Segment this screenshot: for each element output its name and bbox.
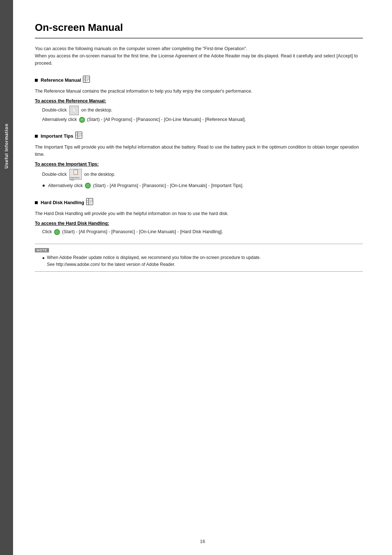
- bullet-dot-2: ●: [42, 181, 45, 190]
- note-bullet: ●: [42, 255, 45, 262]
- access-hard-disk-handling-header: To access the Hard Disk Handling:: [35, 221, 363, 226]
- page-number: 16: [200, 539, 205, 544]
- important-tips-desktop-icon: 📋 Important Tips: [69, 169, 82, 180]
- access-reference-manual-header: To access the Reference Manual:: [35, 98, 363, 104]
- double-click-label-2: Double-click: [42, 171, 67, 178]
- sidebar-label: Useful Information: [4, 123, 9, 169]
- hard-disk-handling-icon: [86, 198, 94, 207]
- access-important-tips: To access the Important Tips: Double-cli…: [35, 162, 363, 190]
- access-hard-disk-handling-steps: Click (Start) - [All Programs] - [Panaso…: [35, 228, 363, 236]
- note-row: ● When Adobe Reader update notice is dis…: [42, 254, 363, 268]
- note-section: NOTE ● When Adobe Reader update notice i…: [35, 244, 363, 271]
- alternatively-click-label-1: Alternatively click: [42, 116, 77, 123]
- note-line1: When Adobe Reader update notice is displ…: [47, 255, 261, 260]
- section-hard-disk-handling: Hard Disk Handling The Hard Disk Handlin…: [35, 198, 363, 236]
- access-important-tips-header: To access the Important Tips:: [35, 162, 363, 167]
- section-hard-disk-handling-desc: The Hard Disk Handling will provide you …: [35, 210, 363, 217]
- svg-point-23: [56, 231, 58, 234]
- section-hard-disk-handling-title: Hard Disk Handling: [41, 200, 84, 205]
- section-important-tips-desc: The Important Tips will provide you with…: [35, 143, 363, 158]
- important-tips-icon: [75, 131, 83, 140]
- important-tips-step-1: Double-click 📋 Important Tips on the des…: [42, 169, 363, 180]
- section-important-tips-header: Important Tips: [35, 131, 363, 141]
- reference-step-1: Double-click 📄 on the desktop.: [42, 106, 363, 115]
- intro-text: You can access the following manuals on …: [35, 45, 363, 67]
- intro-line1: You can access the following manuals on …: [35, 46, 247, 51]
- title-divider: [35, 38, 363, 39]
- note-content: ● When Adobe Reader update notice is dis…: [35, 254, 363, 268]
- double-click-label: Double-click: [42, 106, 67, 114]
- hard-disk-start-icon: [54, 229, 60, 235]
- section-hard-disk-handling-header: Hard Disk Handling: [35, 198, 363, 207]
- page-container: Useful Information On-screen Manual You …: [0, 0, 392, 555]
- note-label: NOTE: [35, 248, 49, 252]
- svg-point-15: [86, 184, 89, 187]
- section-reference-manual-desc: The Reference Manual contains the practi…: [35, 88, 363, 95]
- important-tips-start-icon: [85, 183, 91, 189]
- hard-disk-step-1: Click (Start) - [All Programs] - [Panaso…: [42, 228, 363, 236]
- reference-step-2: Alternatively click (Start) - [All Progr…: [42, 116, 363, 123]
- section-reference-manual-header: Reference Manual: [35, 76, 363, 85]
- hard-disk-step-1-text: (Start) - [All Programs] - [Panasonic] -…: [62, 228, 223, 236]
- important-tips-step-2-text: (Start) - [All Programs] - [Panasonic] -…: [93, 182, 244, 190]
- access-important-tips-steps: Double-click 📋 Important Tips on the des…: [35, 169, 363, 190]
- reference-desktop-icon: 📄: [69, 106, 79, 115]
- page-title: On-screen Manual: [35, 22, 363, 33]
- reference-step-1-text: on the desktop.: [81, 106, 112, 114]
- section-important-tips-title: Important Tips: [41, 133, 73, 139]
- section-reference-manual: Reference Manual The Reference Manual co…: [35, 76, 363, 123]
- note-text: When Adobe Reader update notice is displ…: [47, 254, 261, 268]
- reference-start-icon: [79, 117, 85, 123]
- bullet-reference-manual: [35, 79, 38, 82]
- section-important-tips: Important Tips The Important Tips will p…: [35, 131, 363, 190]
- bullet-important-tips: [35, 135, 38, 138]
- access-hard-disk-handling: To access the Hard Disk Handling: Click …: [35, 221, 363, 236]
- main-content: On-screen Manual You can access the foll…: [13, 0, 392, 555]
- access-reference-manual-steps: Double-click 📄 on the desktop. Alternati…: [35, 106, 363, 123]
- svg-point-7: [81, 118, 83, 121]
- reference-manual-icon: [82, 75, 91, 84]
- important-tips-step-2: ● Alternatively click (Start) - [All Pro…: [42, 181, 363, 190]
- access-reference-manual: To access the Reference Manual: Double-c…: [35, 98, 363, 123]
- intro-line2: When you access the on-screen manual for…: [35, 53, 358, 66]
- alternatively-click-label-2: Alternatively click: [48, 182, 83, 190]
- reference-step-2-text: (Start) - [All Programs] - [Panasonic] -…: [87, 116, 246, 123]
- click-label: Click: [42, 228, 52, 236]
- note-line2: See http://www.adobe.com/ for the latest…: [47, 262, 175, 267]
- important-tips-step-1-text: on the desktop.: [84, 171, 115, 178]
- sidebar: Useful Information: [0, 0, 13, 555]
- bullet-hard-disk-handling: [35, 201, 38, 204]
- section-reference-manual-title: Reference Manual: [41, 77, 81, 83]
